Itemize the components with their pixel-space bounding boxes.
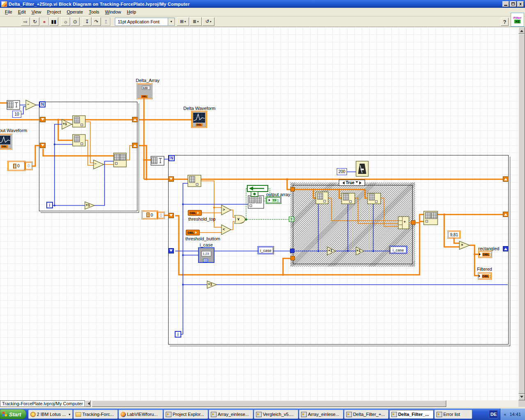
delta-array-label[interactable]: Delta_Array bbox=[136, 78, 160, 83]
block-diagram[interactable]: Delta_Array Delta Waveform put Waveform … bbox=[0, 27, 518, 400]
filtered-label[interactable]: Filtered bbox=[477, 267, 492, 272]
taskbar-button-delta-filter-diagram[interactable]: Delta_Filter_... bbox=[389, 410, 434, 419]
align-objects-button[interactable]: ⊞▾ bbox=[177, 17, 189, 26]
taskbar-button-labviewforum[interactable]: LabVIEWforu... bbox=[119, 410, 163, 419]
menu-tools[interactable]: Tools bbox=[86, 8, 102, 16]
threshold-buttom-label[interactable]: threshold_buttom bbox=[185, 236, 220, 241]
clock[interactable]: 14:41 bbox=[509, 412, 521, 417]
scroll-down-button[interactable] bbox=[518, 394, 525, 400]
horizontal-scroll-thumb[interactable] bbox=[92, 400, 446, 407]
taskbar-button-array-einlesen-1[interactable]: Array_einlese... bbox=[209, 410, 253, 419]
reorder-objects-button[interactable]: ↺▾ bbox=[202, 17, 215, 26]
output-array-indicator[interactable]: TF ] bbox=[267, 197, 281, 203]
shift-register-left-icon[interactable] bbox=[168, 176, 174, 182]
index-array-node-6[interactable] bbox=[368, 193, 381, 204]
taskbar-button-error-list[interactable]: Error list bbox=[434, 410, 472, 419]
constant-200[interactable]: 200 bbox=[337, 168, 347, 175]
step-over-button[interactable]: ↷ bbox=[92, 17, 101, 26]
taskbar-button-lotus[interactable]: 2 IBM Lotus ... ▾ bbox=[28, 410, 73, 419]
i-case-local-variable[interactable]: i_case bbox=[390, 247, 406, 253]
delta-array-indicator[interactable]: 123 DBL bbox=[137, 84, 152, 98]
shift-register-right-icon[interactable] bbox=[132, 143, 138, 148]
start-button[interactable]: Start bbox=[0, 409, 26, 419]
rectangled-indicator[interactable]: DBL ] bbox=[479, 251, 491, 257]
index-array-node-2[interactable] bbox=[73, 135, 85, 146]
taskbar-button-project-explorer[interactable]: Project Explor... bbox=[164, 410, 208, 419]
taskbar-button-delta-filter-panel[interactable]: Delta_Filter_+... bbox=[344, 410, 388, 419]
input-waveform-label[interactable]: put Waveform bbox=[0, 128, 27, 133]
language-indicator[interactable]: DE bbox=[489, 410, 498, 418]
rectangled-label[interactable]: rectangled bbox=[478, 246, 499, 251]
constant-0[interactable]: 0 bbox=[25, 162, 32, 169]
run-continuous-button[interactable]: ↻ bbox=[30, 17, 39, 26]
case-selector-terminal[interactable]: ? bbox=[289, 217, 294, 222]
constant-0-control[interactable]: 0 bbox=[8, 162, 25, 170]
index-array-node-1[interactable] bbox=[73, 116, 85, 127]
step-into-button[interactable]: ↧ bbox=[82, 17, 91, 26]
case-tunnel[interactable] bbox=[290, 256, 295, 260]
distribute-objects-button[interactable]: ≣▾ bbox=[189, 17, 202, 26]
tray-collapse-button[interactable]: « bbox=[504, 412, 506, 417]
threshold-buttom-control[interactable]: DBL bbox=[186, 230, 200, 235]
vertical-scrollbar[interactable] bbox=[518, 27, 525, 407]
output-array-label[interactable]: output array bbox=[266, 192, 290, 197]
case-tunnel[interactable] bbox=[290, 187, 295, 192]
shift-register-left-icon[interactable] bbox=[168, 213, 174, 218]
horizontal-scrollbar[interactable] bbox=[91, 400, 518, 407]
taskbar-button-array-einlesen-2[interactable]: Array_einlese... bbox=[299, 410, 343, 419]
loop1-iteration-terminal[interactable]: i bbox=[46, 202, 53, 208]
context-help-button[interactable]: ? bbox=[501, 18, 509, 26]
shift-register-left-icon[interactable] bbox=[40, 143, 46, 148]
taskbar-button-tracking-folder[interactable]: Tracking-Forc... bbox=[73, 410, 118, 419]
array-size-node-2[interactable] bbox=[151, 156, 164, 165]
shift-register-right-icon[interactable] bbox=[132, 117, 138, 122]
i-case-indicator[interactable]: 1.23 I32 bbox=[198, 247, 215, 263]
restore-button[interactable] bbox=[510, 1, 516, 7]
filtered-indicator[interactable]: DBL ] bbox=[479, 273, 491, 279]
font-selector-dropdown-icon[interactable]: ▾ bbox=[168, 18, 174, 25]
shift-register-right-icon[interactable] bbox=[503, 176, 509, 182]
constant-0[interactable]: 0 bbox=[158, 212, 164, 218]
retain-wire-values-button[interactable]: ⊙ bbox=[71, 17, 80, 26]
menu-window[interactable]: Window bbox=[102, 8, 124, 16]
threshold-top-control[interactable]: DBL bbox=[188, 210, 202, 216]
close-button[interactable]: x bbox=[517, 1, 524, 7]
abort-button[interactable]: ● bbox=[40, 17, 49, 26]
build-array-node-2[interactable] bbox=[424, 211, 438, 225]
feedback-node[interactable] bbox=[247, 185, 268, 196]
case-selector[interactable]: True bbox=[339, 180, 365, 186]
i-case-local-variable[interactable]: i_case bbox=[258, 247, 273, 253]
loop2-iteration-terminal[interactable]: i bbox=[175, 331, 181, 338]
step-out-button[interactable]: ↥ bbox=[101, 17, 110, 26]
menu-help[interactable]: Help bbox=[124, 8, 139, 16]
wait-ms-node[interactable] bbox=[356, 161, 368, 176]
shift-register-left-icon[interactable] bbox=[40, 117, 46, 122]
case-dropdown-icon[interactable] bbox=[356, 181, 358, 184]
constant-0-control[interactable]: 0 bbox=[142, 211, 157, 219]
build-array-node-1[interactable] bbox=[114, 153, 126, 167]
case-prev-icon[interactable] bbox=[341, 181, 345, 185]
threshold-top-label[interactable]: threshold_top bbox=[188, 217, 216, 221]
loop2-count-terminal[interactable]: N bbox=[169, 155, 175, 161]
execution-target-label[interactable]: Tracking-ForcePlate.lvproj/My Computer bbox=[0, 400, 85, 407]
loop1-count-terminal[interactable]: N bbox=[39, 101, 46, 107]
minimize-button[interactable] bbox=[502, 1, 509, 7]
array-size-node-1[interactable] bbox=[7, 100, 20, 110]
menu-file[interactable]: File bbox=[2, 8, 15, 16]
input-waveform-indicator[interactable]: DBL bbox=[0, 135, 11, 149]
scroll-up-button[interactable] bbox=[518, 27, 525, 34]
constant-10[interactable]: 10 bbox=[12, 111, 21, 118]
shift-register-right-icon[interactable] bbox=[503, 246, 509, 251]
delta-waveform-indicator[interactable]: DBL bbox=[192, 112, 206, 127]
case-tunnel[interactable] bbox=[290, 249, 294, 253]
case-tunnel[interactable] bbox=[411, 220, 415, 225]
delta-waveform-label[interactable]: Delta Waveform bbox=[183, 106, 215, 111]
index-array-node-3[interactable] bbox=[188, 175, 201, 187]
constant-9-81[interactable]: 9,81 bbox=[448, 231, 460, 238]
collapse-left-button[interactable] bbox=[85, 400, 91, 407]
vi-icon[interactable]: Filter +2 bbox=[511, 13, 524, 27]
menu-operate[interactable]: Operate bbox=[64, 8, 86, 16]
case-next-icon[interactable] bbox=[359, 181, 363, 185]
index-array-node-4[interactable] bbox=[316, 192, 328, 204]
font-selector[interactable]: 11pt Application Font ▾ bbox=[115, 18, 175, 26]
